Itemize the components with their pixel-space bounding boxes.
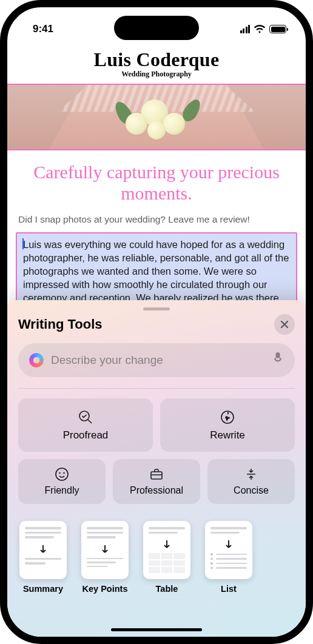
sheet-grabber[interactable]	[143, 307, 170, 310]
rewrite-button[interactable]: Rewrite	[160, 398, 295, 452]
concise-icon	[244, 467, 258, 481]
svg-point-3	[59, 473, 60, 474]
battery-icon	[269, 25, 286, 33]
list-thumb	[205, 521, 252, 579]
text-caret	[22, 238, 24, 249]
svg-point-2	[56, 468, 68, 480]
hero-image	[7, 84, 306, 150]
table-thumb	[143, 521, 190, 579]
brand-name: Luis Coderque	[7, 49, 306, 71]
rewrite-label: Rewrite	[210, 429, 245, 441]
friendly-button[interactable]: Friendly	[18, 459, 106, 504]
review-prompt: Did I snap photos at your wedding? Leave…	[7, 210, 306, 230]
concise-button[interactable]: Concise	[207, 459, 295, 504]
divider	[18, 388, 295, 389]
table-transform[interactable]: Table	[143, 521, 190, 594]
close-icon	[280, 320, 289, 329]
home-indicator[interactable]	[111, 628, 202, 631]
page-headline: Carefully capturing your precious moment…	[7, 150, 306, 210]
magnifier-check-icon	[77, 409, 94, 426]
proofread-label: Proofread	[63, 429, 109, 441]
professional-button[interactable]: Professional	[113, 459, 200, 504]
summary-thumb	[19, 521, 67, 579]
dynamic-island	[114, 16, 199, 40]
status-time: 9:41	[33, 23, 53, 35]
summary-label: Summary	[23, 584, 63, 594]
friendly-label: Friendly	[45, 485, 79, 496]
key-points-transform[interactable]: Key Points	[81, 521, 129, 594]
dictation-button[interactable]	[272, 352, 284, 369]
summary-transform[interactable]: Summary	[19, 521, 67, 594]
close-button[interactable]	[274, 314, 295, 335]
svg-rect-5	[151, 472, 162, 479]
writing-tools-sheet: Writing Tools Describe your change Proof…	[7, 300, 306, 637]
concise-label: Concise	[234, 485, 269, 496]
table-label: Table	[156, 584, 178, 594]
svg-point-0	[79, 411, 89, 421]
svg-point-4	[64, 473, 64, 474]
key-points-thumb	[81, 521, 129, 579]
input-placeholder: Describe your change	[51, 354, 264, 367]
key-points-label: Key Points	[82, 584, 128, 594]
microphone-icon	[272, 352, 284, 366]
rewrite-icon	[219, 409, 236, 426]
proofread-button[interactable]: Proofread	[18, 398, 153, 452]
smile-icon	[55, 467, 69, 481]
describe-change-input[interactable]: Describe your change	[18, 343, 295, 377]
list-label: List	[221, 584, 237, 594]
professional-label: Professional	[130, 485, 183, 496]
list-transform[interactable]: List	[205, 521, 252, 594]
wifi-icon	[254, 25, 266, 33]
sheet-title: Writing Tools	[18, 317, 103, 332]
apple-intelligence-icon	[29, 353, 44, 367]
briefcase-icon	[149, 467, 164, 481]
cellular-signal-icon	[240, 25, 251, 33]
brand-header: Luis Coderque Wedding Photography	[7, 46, 306, 80]
brand-subtitle: Wedding Photography	[7, 70, 306, 79]
